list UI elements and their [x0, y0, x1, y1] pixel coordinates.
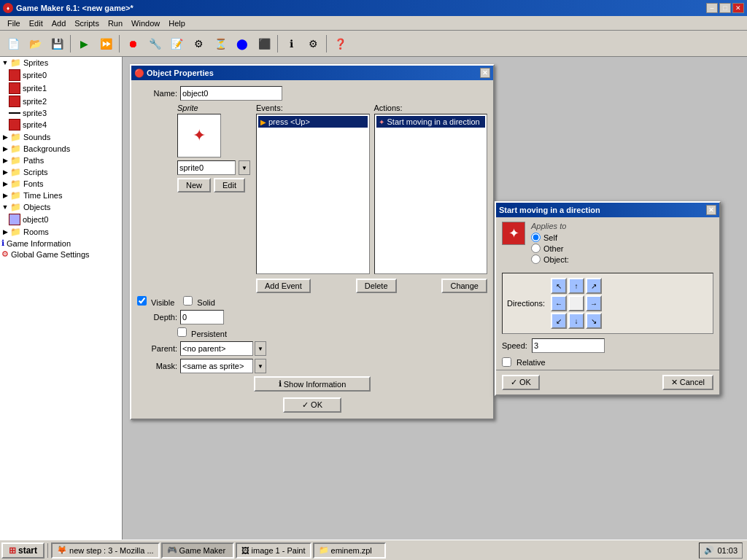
relative-checkbox[interactable]: [502, 357, 511, 367]
sidebar-item-paths[interactable]: ▶ 📁 Paths: [0, 155, 122, 166]
close-button[interactable]: ✕: [732, 3, 744, 13]
event-item[interactable]: ▶ press <Up>: [258, 116, 368, 128]
expand-fonts-icon: ▶: [1, 180, 9, 187]
start-move-title-bar[interactable]: Start moving in a direction ✕: [496, 203, 719, 217]
dir-left-button[interactable]: ←: [551, 295, 567, 311]
taskbar-item-gamemaker[interactable]: 🎮 Game Maker: [161, 542, 234, 559]
directions-label: Directions:: [507, 299, 545, 308]
menu-file[interactable]: File: [3, 18, 25, 29]
menu-add[interactable]: Add: [47, 18, 71, 29]
global-settings-button[interactable]: ⚙: [303, 34, 323, 54]
sidebar-item-rooms[interactable]: ▶ 📁 Rooms: [0, 226, 122, 238]
mask-input[interactable]: [180, 359, 253, 373]
sidebar-item-objects[interactable]: ▼ 📁 Objects: [0, 201, 122, 213]
sidebar-item-sprite3[interactable]: sprite3: [0, 108, 122, 118]
new-button[interactable]: New: [177, 178, 211, 192]
solid-checkbox-row[interactable]: Solid: [183, 296, 215, 307]
scripts-folder-icon: 📁: [10, 167, 21, 177]
paint-icon: 🖼: [241, 546, 249, 555]
show-information-button[interactable]: ℹ Show Information: [254, 376, 371, 392]
start-button[interactable]: ⊞ start: [1, 542, 44, 559]
dir-up-button[interactable]: ↑: [568, 278, 584, 294]
object-radio[interactable]: [531, 254, 541, 264]
stop-button[interactable]: ⏺: [123, 34, 143, 54]
object-ok-button[interactable]: ✓ OK: [283, 397, 341, 413]
solid-checkbox[interactable]: [183, 296, 193, 306]
start-move-close-button[interactable]: ✕: [706, 205, 716, 215]
new-button[interactable]: 📄: [3, 34, 23, 54]
visible-checkbox[interactable]: [137, 296, 147, 306]
open-button[interactable]: 📂: [25, 34, 45, 54]
menu-scripts[interactable]: Scripts: [70, 18, 104, 29]
rect-button[interactable]: ⬛: [254, 34, 274, 54]
menu-help[interactable]: Help: [164, 18, 190, 29]
sidebar-item-sprite4[interactable]: sprite4: [0, 118, 122, 131]
taskbar-item-mozilla[interactable]: 🦊 new step : 3 - Mozilla ...: [51, 542, 160, 559]
dir-down-right-button[interactable]: ↘: [586, 313, 602, 329]
sidebar-item-time-lines[interactable]: ▶ 📁 Time Lines: [0, 190, 122, 201]
resources-button[interactable]: 🔧: [144, 34, 165, 54]
persistent-checkbox-row[interactable]: Persistent: [177, 330, 227, 338]
depth-input[interactable]: [180, 310, 224, 324]
object-properties-close-button[interactable]: ✕: [480, 68, 490, 78]
dir-stop-button[interactable]: [568, 295, 584, 311]
sidebar-item-global-settings[interactable]: ⚙ Global Game Settings: [0, 249, 122, 260]
visible-checkbox-row[interactable]: Visible: [137, 296, 174, 307]
sprite-input[interactable]: [177, 160, 236, 175]
sidebar-item-object0[interactable]: object0: [0, 213, 122, 226]
sidebar-item-sounds[interactable]: ▶ 📁 Sounds: [0, 131, 122, 143]
circle-button[interactable]: ⬤: [232, 34, 252, 54]
help-button[interactable]: ❓: [330, 34, 350, 54]
sidebar-item-sprite0[interactable]: sprite0: [0, 69, 122, 82]
sprite-dropdown-button[interactable]: ▼: [239, 160, 250, 175]
title-bar: ♦ Game Maker 6.1: <new game>* – □ ✕: [0, 0, 747, 16]
sidebar-item-sprites[interactable]: ▼ 📁 Sprites: [0, 57, 122, 69]
parent-dropdown-button[interactable]: ▼: [255, 341, 266, 356]
sidebar-item-game-info[interactable]: ℹ Game Information: [0, 238, 122, 249]
sidebar-item-sprite1[interactable]: sprite1: [0, 82, 122, 95]
persistent-checkbox[interactable]: [177, 327, 187, 337]
name-input[interactable]: [180, 86, 282, 101]
dir-right-button[interactable]: →: [586, 295, 602, 311]
dir-down-button[interactable]: ↓: [568, 313, 584, 329]
save-button[interactable]: 💾: [47, 34, 67, 54]
sidebar-item-backgrounds[interactable]: ▶ 📁 Backgrounds: [0, 143, 122, 155]
start-move-cancel-button[interactable]: ✕ Cancel: [662, 375, 713, 390]
sidebar-item-fonts[interactable]: ▶ 📁 Fonts: [0, 178, 122, 190]
delete-button[interactable]: Delete: [356, 279, 397, 293]
dir-up-left-button[interactable]: ↖: [551, 278, 567, 294]
game-info-button[interactable]: ℹ: [281, 34, 301, 54]
speed-label: Speed:: [502, 341, 527, 350]
other-radio[interactable]: [531, 244, 541, 253]
self-radio[interactable]: [531, 233, 541, 242]
change-button[interactable]: Change: [441, 279, 487, 293]
action-item[interactable]: ✦ Start moving in a direction: [376, 116, 486, 128]
scripts-label: Scripts: [23, 168, 48, 176]
scripts-tool-button[interactable]: 📝: [166, 34, 187, 54]
hourglass-button[interactable]: ⏳: [210, 34, 231, 54]
edit-button[interactable]: Edit: [214, 178, 245, 192]
menu-edit[interactable]: Edit: [25, 18, 47, 29]
dir-down-left-button[interactable]: ↙: [551, 313, 567, 329]
maximize-button[interactable]: □: [719, 3, 731, 13]
sidebar-item-sprite2[interactable]: sprite2: [0, 95, 122, 108]
sidebar-item-scripts[interactable]: ▶ 📁 Scripts: [0, 166, 122, 178]
mask-dropdown-button[interactable]: ▼: [255, 359, 266, 373]
dir-up-right-button[interactable]: ↗: [586, 278, 602, 294]
run-button[interactable]: ▶: [74, 34, 94, 54]
object-radio-label: Object:: [543, 255, 569, 264]
objects-label: Objects: [23, 203, 50, 211]
minimize-button[interactable]: –: [706, 3, 718, 13]
object-properties-title-bar[interactable]: 🔴 Object Properties ✕: [131, 66, 493, 80]
objects-tool-button[interactable]: ⚙: [188, 34, 209, 54]
add-event-button[interactable]: Add Event: [256, 279, 311, 293]
debug-button[interactable]: ⏩: [96, 34, 116, 54]
taskbar-item-paint[interactable]: 🖼 image 1 - Paint: [236, 542, 311, 559]
parent-input[interactable]: [180, 341, 253, 356]
speed-input[interactable]: [532, 338, 605, 353]
menu-run[interactable]: Run: [104, 18, 127, 29]
start-move-ok-button[interactable]: ✓ OK: [502, 375, 540, 390]
taskbar-item-eminem[interactable]: 📁 eminem.zpl: [313, 542, 386, 559]
expand-rooms-icon: ▶: [1, 228, 9, 236]
menu-window[interactable]: Window: [127, 18, 164, 29]
